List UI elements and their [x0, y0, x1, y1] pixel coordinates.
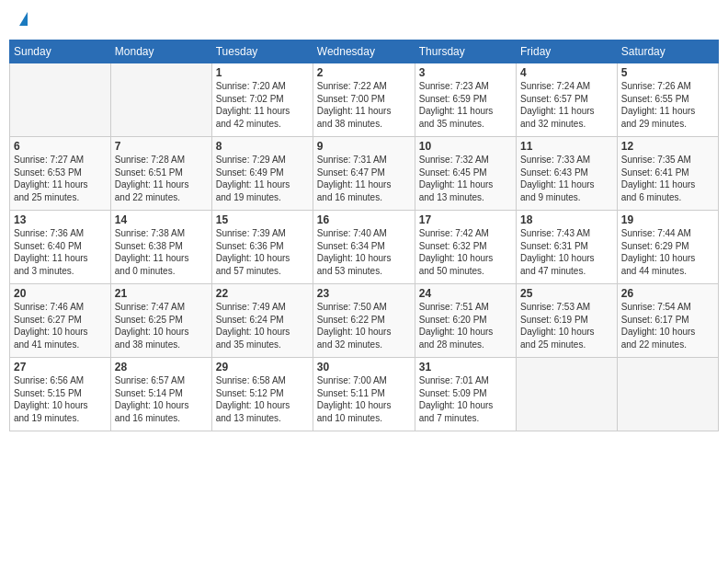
calendar-cell: 10Sunrise: 7:32 AM Sunset: 6:45 PM Dayli…: [415, 137, 516, 211]
day-detail: Sunrise: 7:50 AM Sunset: 6:22 PM Dayligh…: [317, 301, 411, 350]
calendar-cell: 13Sunrise: 7:36 AM Sunset: 6:40 PM Dayli…: [10, 211, 111, 284]
day-detail: Sunrise: 7:01 AM Sunset: 5:09 PM Dayligh…: [419, 374, 512, 424]
calendar-cell: 14Sunrise: 7:38 AM Sunset: 6:38 PM Dayli…: [110, 211, 211, 284]
day-number: 23: [317, 287, 411, 300]
calendar-table: SundayMondayTuesdayWednesdayThursdayFrid…: [9, 40, 719, 431]
calendar-cell: 12Sunrise: 7:35 AM Sunset: 6:41 PM Dayli…: [617, 137, 718, 211]
day-detail: Sunrise: 7:51 AM Sunset: 6:20 PM Dayligh…: [419, 301, 512, 350]
day-detail: Sunrise: 7:44 AM Sunset: 6:29 PM Dayligh…: [621, 227, 714, 277]
calendar-cell: 27Sunrise: 6:56 AM Sunset: 5:15 PM Dayli…: [10, 358, 111, 431]
calendar-cell: [517, 358, 618, 431]
weekday-header: Saturday: [617, 40, 718, 63]
calendar-cell: 1Sunrise: 7:20 AM Sunset: 7:02 PM Daylig…: [211, 63, 313, 137]
calendar-week-row: 6Sunrise: 7:27 AM Sunset: 6:53 PM Daylig…: [10, 137, 719, 211]
day-number: 24: [419, 287, 512, 300]
day-detail: Sunrise: 7:00 AM Sunset: 5:11 PM Dayligh…: [317, 374, 411, 424]
day-number: 10: [419, 140, 512, 153]
calendar-cell: 20Sunrise: 7:46 AM Sunset: 6:27 PM Dayli…: [10, 284, 111, 358]
calendar-cell: 4Sunrise: 7:24 AM Sunset: 6:57 PM Daylig…: [517, 63, 618, 137]
calendar-cell: [110, 63, 211, 137]
calendar-week-row: 13Sunrise: 7:36 AM Sunset: 6:40 PM Dayli…: [10, 211, 719, 284]
calendar-cell: 31Sunrise: 7:01 AM Sunset: 5:09 PM Dayli…: [415, 358, 516, 431]
day-detail: Sunrise: 7:32 AM Sunset: 6:45 PM Dayligh…: [419, 154, 512, 203]
day-detail: Sunrise: 6:56 AM Sunset: 5:15 PM Dayligh…: [14, 374, 107, 424]
day-detail: Sunrise: 7:47 AM Sunset: 6:25 PM Dayligh…: [115, 301, 208, 350]
day-number: 19: [621, 213, 714, 226]
day-number: 15: [216, 213, 309, 226]
day-number: 13: [14, 213, 107, 226]
day-number: 27: [14, 361, 107, 373]
day-number: 14: [115, 213, 208, 226]
day-detail: Sunrise: 6:58 AM Sunset: 5:12 PM Dayligh…: [216, 374, 309, 424]
day-number: 30: [317, 361, 411, 373]
day-number: 11: [520, 140, 613, 153]
calendar-cell: 29Sunrise: 6:58 AM Sunset: 5:12 PM Dayli…: [211, 358, 313, 431]
calendar-cell: 6Sunrise: 7:27 AM Sunset: 6:53 PM Daylig…: [10, 137, 111, 211]
calendar-cell: 30Sunrise: 7:00 AM Sunset: 5:11 PM Dayli…: [313, 358, 415, 431]
day-detail: Sunrise: 7:28 AM Sunset: 6:51 PM Dayligh…: [115, 154, 208, 203]
day-detail: Sunrise: 7:46 AM Sunset: 6:27 PM Dayligh…: [14, 301, 107, 350]
calendar-cell: 25Sunrise: 7:53 AM Sunset: 6:19 PM Dayli…: [517, 284, 618, 358]
day-number: 18: [520, 213, 613, 226]
day-detail: Sunrise: 7:36 AM Sunset: 6:40 PM Dayligh…: [14, 227, 107, 277]
day-detail: Sunrise: 7:33 AM Sunset: 6:43 PM Dayligh…: [520, 154, 613, 203]
calendar-cell: 16Sunrise: 7:40 AM Sunset: 6:34 PM Dayli…: [313, 211, 415, 284]
calendar-cell: 2Sunrise: 7:22 AM Sunset: 7:00 PM Daylig…: [313, 63, 415, 137]
day-detail: Sunrise: 7:39 AM Sunset: 6:36 PM Dayligh…: [216, 227, 309, 277]
day-number: 8: [216, 140, 309, 153]
day-detail: Sunrise: 7:24 AM Sunset: 6:57 PM Dayligh…: [520, 80, 613, 130]
calendar-cell: 7Sunrise: 7:28 AM Sunset: 6:51 PM Daylig…: [110, 137, 211, 211]
day-detail: Sunrise: 7:26 AM Sunset: 6:55 PM Dayligh…: [621, 80, 714, 130]
calendar-cell: 17Sunrise: 7:42 AM Sunset: 6:32 PM Dayli…: [415, 211, 516, 284]
day-detail: Sunrise: 7:22 AM Sunset: 7:00 PM Dayligh…: [317, 80, 411, 130]
day-number: 26: [621, 287, 714, 300]
day-number: 1: [216, 66, 309, 79]
calendar-cell: 28Sunrise: 6:57 AM Sunset: 5:14 PM Dayli…: [110, 358, 211, 431]
day-number: 5: [621, 66, 714, 79]
calendar-week-row: 20Sunrise: 7:46 AM Sunset: 6:27 PM Dayli…: [10, 284, 719, 358]
calendar-cell: 3Sunrise: 7:23 AM Sunset: 6:59 PM Daylig…: [415, 63, 516, 137]
calendar-cell: 18Sunrise: 7:43 AM Sunset: 6:31 PM Dayli…: [517, 211, 618, 284]
day-number: 28: [115, 361, 208, 373]
day-number: 21: [115, 287, 208, 300]
day-detail: Sunrise: 7:23 AM Sunset: 6:59 PM Dayligh…: [419, 80, 512, 130]
day-detail: Sunrise: 7:20 AM Sunset: 7:02 PM Dayligh…: [216, 80, 309, 130]
calendar-cell: [617, 358, 718, 431]
day-number: 25: [520, 287, 613, 300]
day-detail: Sunrise: 7:54 AM Sunset: 6:17 PM Dayligh…: [621, 301, 714, 350]
calendar-week-row: 1Sunrise: 7:20 AM Sunset: 7:02 PM Daylig…: [10, 63, 719, 137]
page-header: [9, 9, 719, 32]
calendar-cell: 23Sunrise: 7:50 AM Sunset: 6:22 PM Dayli…: [313, 284, 415, 358]
calendar-cell: 22Sunrise: 7:49 AM Sunset: 6:24 PM Dayli…: [211, 284, 313, 358]
weekday-header: Friday: [517, 40, 618, 63]
day-detail: Sunrise: 7:38 AM Sunset: 6:38 PM Dayligh…: [115, 227, 208, 277]
day-number: 2: [317, 66, 411, 79]
day-number: 16: [317, 213, 411, 226]
weekday-header: Thursday: [415, 40, 516, 63]
calendar-cell: 11Sunrise: 7:33 AM Sunset: 6:43 PM Dayli…: [517, 137, 618, 211]
logo: [18, 14, 28, 28]
day-number: 9: [317, 140, 411, 153]
day-number: 3: [419, 66, 512, 79]
day-detail: Sunrise: 6:57 AM Sunset: 5:14 PM Dayligh…: [115, 374, 208, 424]
weekday-header: Tuesday: [211, 40, 313, 63]
calendar-header-row: SundayMondayTuesdayWednesdayThursdayFrid…: [10, 40, 719, 63]
day-number: 29: [216, 361, 309, 373]
day-number: 12: [621, 140, 714, 153]
calendar-cell: [10, 63, 111, 137]
calendar-cell: 24Sunrise: 7:51 AM Sunset: 6:20 PM Dayli…: [415, 284, 516, 358]
calendar-cell: 8Sunrise: 7:29 AM Sunset: 6:49 PM Daylig…: [211, 137, 313, 211]
calendar-cell: 15Sunrise: 7:39 AM Sunset: 6:36 PM Dayli…: [211, 211, 313, 284]
day-number: 6: [14, 140, 107, 153]
day-number: 22: [216, 287, 309, 300]
day-detail: Sunrise: 7:53 AM Sunset: 6:19 PM Dayligh…: [520, 301, 613, 350]
day-number: 31: [419, 361, 512, 373]
logo-triangle-icon: [19, 12, 28, 26]
day-detail: Sunrise: 7:43 AM Sunset: 6:31 PM Dayligh…: [520, 227, 613, 277]
calendar-cell: 26Sunrise: 7:54 AM Sunset: 6:17 PM Dayli…: [617, 284, 718, 358]
day-detail: Sunrise: 7:35 AM Sunset: 6:41 PM Dayligh…: [621, 154, 714, 203]
day-detail: Sunrise: 7:40 AM Sunset: 6:34 PM Dayligh…: [317, 227, 411, 277]
day-detail: Sunrise: 7:49 AM Sunset: 6:24 PM Dayligh…: [216, 301, 309, 350]
calendar-cell: 9Sunrise: 7:31 AM Sunset: 6:47 PM Daylig…: [313, 137, 415, 211]
day-detail: Sunrise: 7:29 AM Sunset: 6:49 PM Dayligh…: [216, 154, 309, 203]
